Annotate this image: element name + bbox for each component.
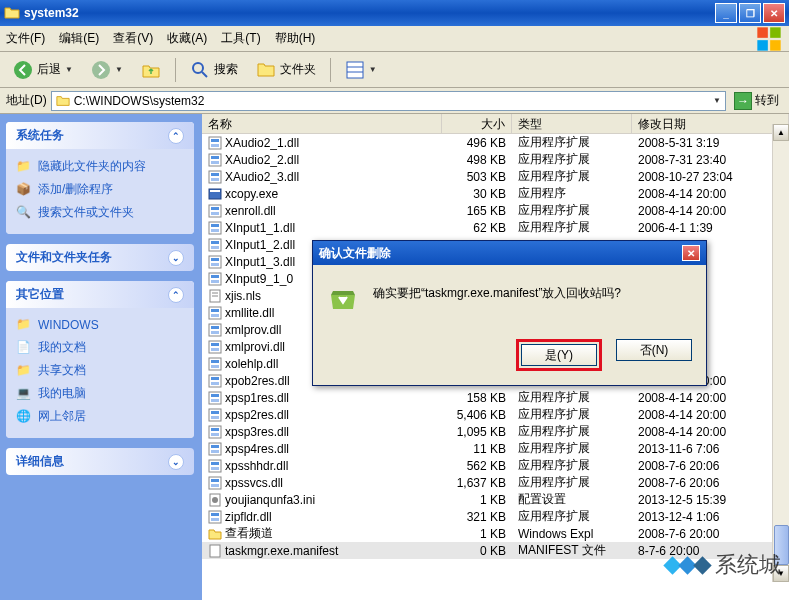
dialog-close-button[interactable]: ✕ [682,245,700,261]
file-name: xpsp1res.dll [225,391,289,405]
file-row[interactable]: xpsp1res.dll158 KB应用程序扩展2008-4-14 20:00 [202,389,789,406]
file-row[interactable]: XAudio2_1.dll496 KB应用程序扩展2008-5-31 3:19 [202,134,789,151]
file-row[interactable]: xpsp4res.dll11 KB应用程序扩展2013-11-6 7:06 [202,440,789,457]
folder-icon [56,94,70,108]
file-date: 8-7-6 20:00 [632,544,789,558]
file-name: taskmgr.exe.manifest [225,544,338,558]
forward-button[interactable]: ▼ [84,57,130,83]
svg-point-74 [212,497,218,503]
menu-tools[interactable]: 工具(T) [221,30,260,47]
dialog-title: 确认文件删除 [319,245,682,262]
panel-system-tasks: 系统任务 ⌃ 📁隐藏此文件夹的内容 📦添加/删除程序 🔍搜索文件或文件夹 [6,122,194,234]
svg-rect-77 [211,518,219,521]
file-row[interactable]: zipfldr.dll321 KB应用程序扩展2013-12-4 1:06 [202,508,789,525]
menu-file[interactable]: 文件(F) [6,30,45,47]
views-button[interactable]: ▼ [338,57,384,83]
file-row[interactable]: 查看频道1 KBWindows Expl2008-7-6 20:00 [202,525,789,542]
svg-rect-50 [211,360,219,363]
file-type: 应用程序扩展 [512,423,632,440]
file-row[interactable]: xpsp2res.dll5,406 KB应用程序扩展2008-4-14 20:0… [202,406,789,423]
task-add-remove[interactable]: 📦添加/删除程序 [16,178,184,201]
task-hide-contents[interactable]: 📁隐藏此文件夹的内容 [16,155,184,178]
back-icon [13,60,33,80]
file-icon [208,323,222,337]
svg-rect-34 [209,273,221,285]
file-type: 应用程序扩展 [512,457,632,474]
file-icon [208,272,222,286]
address-input-wrapper[interactable]: ▼ [51,91,726,111]
file-size: 562 KB [442,459,512,473]
address-input[interactable] [74,94,709,108]
svg-rect-23 [211,207,219,210]
file-type: 应用程序扩展 [512,151,632,168]
menu-favorites[interactable]: 收藏(A) [167,30,207,47]
file-size: 503 KB [442,170,512,184]
back-button[interactable]: 后退 ▼ [6,57,80,83]
scroll-down-button[interactable]: ▼ [773,565,789,582]
file-row[interactable]: taskmgr.exe.manifest0 KBMANIFEST 文件8-7-6… [202,542,789,559]
file-type: 应用程序扩展 [512,406,632,423]
file-name: xpsp2res.dll [225,408,289,422]
file-icon [208,493,222,507]
place-mydocs[interactable]: 📄我的文档 [16,336,184,359]
file-row[interactable]: XAudio2_3.dll503 KB应用程序扩展2008-10-27 23:0… [202,168,789,185]
scroll-thumb[interactable] [774,525,789,565]
svg-rect-63 [211,433,219,436]
go-button[interactable]: → 转到 [730,91,783,111]
minimize-button[interactable]: _ [715,3,737,23]
dialog-titlebar[interactable]: 确认文件删除 ✕ [313,241,706,265]
scroll-up-button[interactable]: ▲ [773,124,789,141]
col-type[interactable]: 类型 [512,114,632,133]
yes-button[interactable]: 是(Y) [521,344,597,366]
file-icon [208,221,222,235]
chevron-up-icon[interactable]: ⌃ [168,128,184,144]
place-windows[interactable]: 📁WINDOWS [16,314,184,336]
close-button[interactable]: ✕ [763,3,785,23]
file-date: 2013-12-5 15:39 [632,493,789,507]
file-name: xmlprovi.dll [225,340,285,354]
no-button[interactable]: 否(N) [616,339,692,361]
svg-rect-68 [211,462,219,465]
chevron-down-icon[interactable]: ▼ [713,96,721,105]
place-shared[interactable]: 📁共享文档 [16,359,184,382]
scroll-track[interactable] [773,141,789,565]
file-row[interactable]: xpsp3res.dll1,095 KB应用程序扩展2008-4-14 20:0… [202,423,789,440]
task-search[interactable]: 🔍搜索文件或文件夹 [16,201,184,224]
file-name: xpsp4res.dll [225,442,289,456]
file-row[interactable]: xcopy.exe30 KB应用程序2008-4-14 20:00 [202,185,789,202]
chevron-up-icon[interactable]: ⌃ [168,287,184,303]
file-date: 2008-4-14 20:00 [632,204,789,218]
up-button[interactable] [134,57,168,83]
place-network[interactable]: 🌐网上邻居 [16,405,184,428]
col-size[interactable]: 大小 [442,114,512,133]
menu-edit[interactable]: 编辑(E) [59,30,99,47]
panel-other-places: 其它位置 ⌃ 📁WINDOWS 📄我的文档 📁共享文档 💻我的电脑 🌐网上邻居 [6,281,194,438]
file-row[interactable]: youjianqunfa3.ini1 KB配置设置2013-12-5 15:39 [202,491,789,508]
file-size: 496 KB [442,136,512,150]
menu-view[interactable]: 查看(V) [113,30,153,47]
maximize-button[interactable]: ❐ [739,3,761,23]
svg-rect-65 [211,445,219,448]
svg-rect-71 [211,479,219,482]
file-row[interactable]: XInput1_1.dll62 KB应用程序扩展2006-4-1 1:39 [202,219,789,236]
col-date[interactable]: 修改日期 [632,114,789,133]
vertical-scrollbar[interactable]: ▲ ▼ [772,124,789,582]
search-button[interactable]: 搜索 [183,57,245,83]
svg-rect-54 [211,382,219,385]
file-row[interactable]: xpssvcs.dll1,637 KB应用程序扩展2008-7-6 20:06 [202,474,789,491]
file-icon [208,289,222,303]
folders-button[interactable]: 文件夹 [249,57,323,83]
file-icon [208,187,222,201]
menu-help[interactable]: 帮助(H) [275,30,316,47]
svg-rect-67 [209,460,221,472]
file-size: 1 KB [442,527,512,541]
chevron-down-icon[interactable]: ⌄ [168,454,184,470]
file-row[interactable]: xpsshhdr.dll562 KB应用程序扩展2008-7-6 20:06 [202,457,789,474]
col-name[interactable]: 名称 [202,114,442,133]
svg-rect-66 [211,450,219,453]
chevron-down-icon[interactable]: ⌄ [168,250,184,266]
place-mycomputer[interactable]: 💻我的电脑 [16,382,184,405]
file-row[interactable]: xenroll.dll165 KB应用程序扩展2008-4-14 20:00 [202,202,789,219]
file-name: XAudio2_3.dll [225,170,299,184]
file-row[interactable]: XAudio2_2.dll498 KB应用程序扩展2008-7-31 23:40 [202,151,789,168]
